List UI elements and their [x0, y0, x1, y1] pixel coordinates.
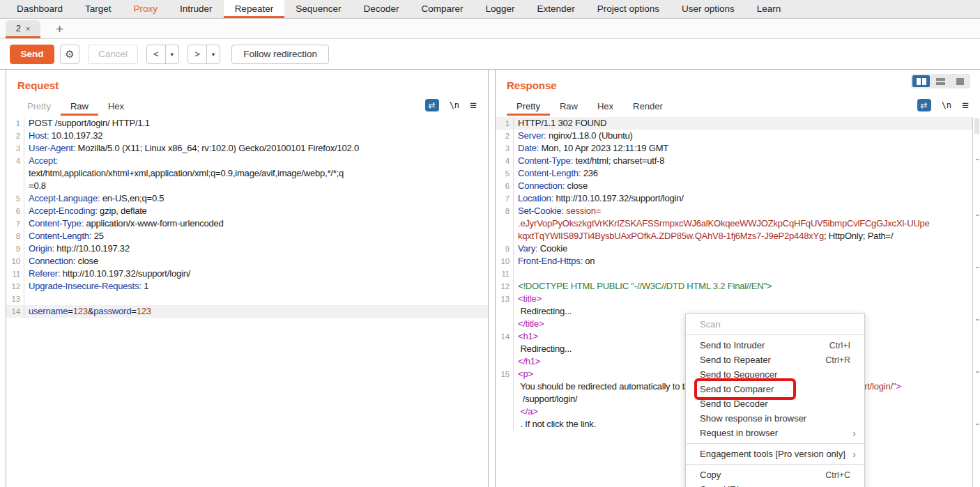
editor-line[interactable]: 5Content-Length: 236 — [496, 167, 972, 180]
line-code: Origin: http://10.10.197.32 — [24, 242, 130, 255]
request-tab-pretty[interactable]: Pretty — [17, 99, 61, 116]
context-menu-item-send-to-decoder[interactable]: Send to Decoder — [686, 396, 864, 411]
editor-line[interactable]: 6Connection: close — [496, 180, 972, 192]
menu-tab-repeater[interactable]: Repeater — [224, 0, 285, 18]
editor-line[interactable]: 12<!DOCTYPE HTML PUBLIC "-//W3C//DTD HTM… — [496, 280, 972, 293]
menu-tab-proxy[interactable]: Proxy — [123, 0, 169, 18]
back-history-button[interactable]: < ▾ — [146, 45, 179, 64]
editor-line[interactable]: 10Connection: close — [6, 255, 488, 268]
context-menu-item-show-response-in-browser[interactable]: Show response in browser — [686, 411, 864, 426]
editor-line[interactable]: 1POST /support/login/ HTTP/1.1 — [6, 117, 488, 130]
editor-line[interactable]: 14username=123&password=123 — [6, 305, 488, 318]
close-tab-icon[interactable]: × — [26, 24, 30, 33]
editor-line[interactable]: 2Server: nginx/1.18.0 (Ubuntu) — [496, 130, 972, 142]
menu-tab-intruder[interactable]: Intruder — [169, 0, 224, 18]
menu-tab-sequencer[interactable]: Sequencer — [284, 0, 352, 18]
editor-line[interactable]: 8Set-Cookie: session= — [496, 205, 972, 217]
show-newlines-icon[interactable]: \n — [942, 100, 951, 110]
soft-wrap-icon[interactable]: ⇄ — [917, 99, 931, 111]
editor-line[interactable]: 6Accept-Encoding: gzip, deflate — [6, 205, 488, 217]
send-settings-gear-icon[interactable]: ⚙ — [60, 45, 79, 64]
response-tab-pretty[interactable]: Pretty — [507, 99, 550, 116]
layout-single-button[interactable] — [951, 75, 969, 87]
line-code: Content-Length: 25 — [24, 230, 104, 242]
send-button[interactable]: Send — [10, 45, 54, 64]
editor-line[interactable]: .eJyrVopPyOkszkgtVrKKrlZSKAFSSrmpxcWJ6al… — [496, 217, 972, 230]
context-menu-item-copy[interactable]: CopyCtrl+C — [686, 467, 864, 482]
layout-toggle-group — [911, 74, 970, 88]
editor-line[interactable]: 8Content-Length: 25 — [6, 230, 488, 242]
forward-dropdown-icon[interactable]: ▾ — [206, 45, 220, 63]
context-menu-item-send-to-repeater[interactable]: Send to RepeaterCtrl+R — [686, 353, 864, 367]
menu-tab-extender[interactable]: Extender — [526, 0, 586, 18]
context-menu-item-send-to-comparer[interactable]: Send to Comparer — [686, 382, 864, 396]
follow-redirection-button[interactable]: Follow redirection — [231, 45, 329, 64]
line-code: Location: http://10.10.197.32/support/lo… — [514, 192, 684, 205]
request-tab-raw[interactable]: Raw — [61, 99, 98, 116]
response-tab-render[interactable]: Render — [623, 99, 673, 116]
menu-tab-target[interactable]: Target — [74, 0, 123, 18]
context-menu-item-send-to-sequencer[interactable]: Send to Sequencer — [686, 367, 864, 382]
context-menu-item-engagement-tools-pro-version-only[interactable]: Engagement tools [Pro version only]› — [686, 447, 864, 461]
editor-line[interactable]: 10Front-End-Https: on — [496, 255, 972, 268]
request-tab-hex[interactable]: Hex — [98, 99, 134, 116]
menu-tab-dashboard[interactable]: Dashboard — [6, 0, 74, 18]
context-menu-item-request-in-browser[interactable]: Request in browser› — [686, 426, 864, 440]
editor-line[interactable]: 1HTTP/1.1 302 FOUND — [496, 117, 972, 130]
context-menu-item-send-to-intruder[interactable]: Send to IntruderCtrl+I — [686, 338, 864, 353]
scroll-marker-column[interactable] — [972, 117, 980, 487]
line-number — [496, 305, 514, 318]
menu-tab-comparer[interactable]: Comparer — [411, 0, 475, 18]
editor-line[interactable]: 11 — [496, 268, 972, 280]
menu-tab-decoder[interactable]: Decoder — [352, 0, 410, 18]
editor-line[interactable]: 3User-Agent: Mozilla/5.0 (X11; Linux x86… — [6, 142, 488, 155]
editor-line[interactable]: 12Upgrade-Insecure-Requests: 1 — [6, 280, 488, 293]
response-tab-raw[interactable]: Raw — [550, 99, 588, 116]
editor-line[interactable]: 9Origin: http://10.10.197.32 — [6, 242, 488, 255]
editor-line[interactable]: 5Accept-Language: en-US,en;q=0.5 — [6, 192, 488, 205]
editor-line[interactable]: 4Content-Type: text/html; charset=utf-8 — [496, 155, 972, 167]
editor-menu-icon[interactable]: ≡ — [962, 100, 969, 111]
editor-line[interactable]: kqxtTqYWlIS89JTi4BysbUAxPOfkA.ZDP85w.QAh… — [496, 230, 972, 242]
repeater-toolbar: Send ⚙ Cancel < ▾ > ▾ Follow redirection — [0, 39, 980, 69]
editor-line[interactable]: 3Date: Mon, 10 Apr 2023 12:11:19 GMT — [496, 142, 972, 155]
line-number: 12 — [496, 280, 514, 293]
scrollbar-thumb[interactable] — [974, 118, 979, 134]
back-arrow-icon[interactable]: < — [147, 49, 165, 59]
context-menu-item-label: Request in browser — [700, 428, 852, 438]
menu-tab-project-options[interactable]: Project options — [586, 0, 671, 18]
line-number: 9 — [496, 242, 514, 255]
layout-rows-button[interactable] — [932, 75, 949, 87]
forward-history-button[interactable]: > ▾ — [187, 45, 220, 64]
forward-arrow-icon[interactable]: > — [188, 49, 206, 59]
repeater-tab-2[interactable]: 2 × — [6, 20, 40, 38]
editor-line[interactable]: 4Accept: — [6, 155, 488, 167]
editor-line[interactable]: 13<title> — [496, 293, 972, 305]
soft-wrap-icon[interactable]: ⇄ — [425, 99, 439, 111]
response-tab-hex[interactable]: Hex — [588, 99, 623, 116]
editor-line[interactable]: 11Referer: http://10.10.197.32/support/l… — [6, 268, 488, 280]
add-tab-button[interactable]: + — [53, 20, 66, 38]
editor-line[interactable]: 9Vary: Cookie — [496, 242, 972, 255]
editor-line[interactable]: 13 — [6, 293, 488, 305]
editor-line[interactable]: 2Host: 10.10.197.32 — [6, 130, 488, 142]
editor-line[interactable]: =0.8 — [6, 180, 488, 192]
editor-line[interactable]: 7Location: http://10.10.197.32/support/l… — [496, 192, 972, 205]
menu-tab-logger[interactable]: Logger — [475, 0, 526, 18]
line-number: 5 — [496, 167, 514, 180]
layout-columns-button[interactable] — [912, 75, 930, 87]
menu-tab-user-options[interactable]: User options — [671, 0, 746, 18]
line-number: 1 — [496, 117, 514, 130]
menu-tab-learn[interactable]: Learn — [746, 0, 793, 18]
show-newlines-icon[interactable]: \n — [450, 100, 459, 110]
request-editor[interactable]: 1POST /support/login/ HTTP/1.12Host: 10.… — [6, 117, 488, 487]
editor-line[interactable]: 7Content-Type: application/x-www-form-ur… — [6, 217, 488, 230]
line-code: Content-Type: text/html; charset=utf-8 — [514, 155, 664, 167]
editor-line[interactable]: text/html,application/xhtml+xml,applicat… — [6, 167, 488, 180]
context-menu-item-copy-url[interactable]: Copy URL — [686, 482, 864, 487]
line-number: 5 — [6, 192, 24, 205]
line-code: HTTP/1.1 302 FOUND — [514, 117, 606, 130]
back-dropdown-icon[interactable]: ▾ — [165, 45, 179, 63]
line-number — [6, 167, 24, 180]
editor-menu-icon[interactable]: ≡ — [470, 100, 477, 111]
